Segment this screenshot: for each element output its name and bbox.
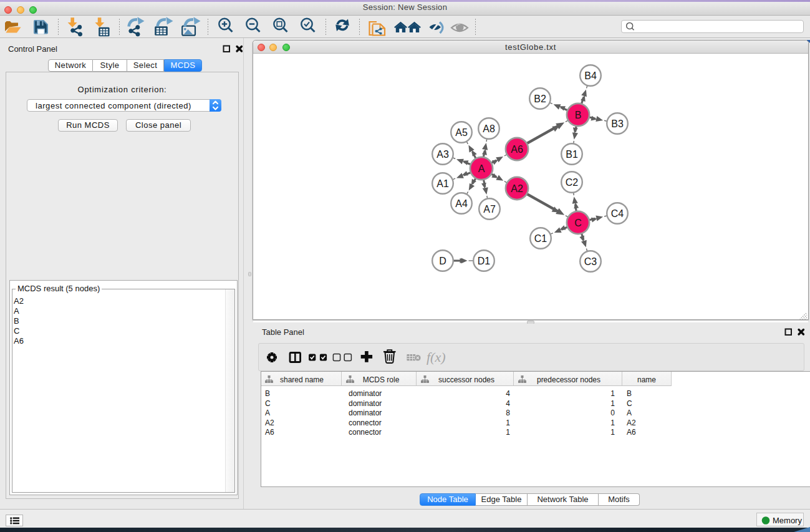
svg-text:A7: A7 bbox=[483, 204, 496, 215]
svg-text:A8: A8 bbox=[483, 123, 495, 134]
svg-text:C2: C2 bbox=[566, 177, 579, 188]
svg-text:B3: B3 bbox=[611, 118, 624, 129]
svg-text:A4: A4 bbox=[455, 198, 468, 209]
svg-text:D: D bbox=[439, 256, 446, 266]
svg-text:shared name: shared name bbox=[280, 375, 324, 384]
svg-text:B2: B2 bbox=[534, 94, 546, 104]
svg-text:C: C bbox=[574, 218, 582, 228]
svg-text:A: A bbox=[478, 163, 485, 174]
svg-text:successor nodes: successor nodes bbox=[438, 375, 494, 384]
svg-text:C4: C4 bbox=[611, 208, 624, 219]
svg-text:A2: A2 bbox=[511, 183, 523, 194]
svg-text:A1: A1 bbox=[436, 178, 449, 189]
svg-text:A6: A6 bbox=[511, 144, 523, 155]
svg-text:C3: C3 bbox=[584, 256, 597, 267]
svg-text:predecessor nodes: predecessor nodes bbox=[537, 375, 600, 384]
svg-text:f(x): f(x) bbox=[427, 349, 446, 365]
svg-text:A3: A3 bbox=[436, 149, 449, 160]
svg-text:name: name bbox=[637, 375, 656, 384]
svg-text:MCDS role: MCDS role bbox=[363, 375, 400, 384]
svg-text:D1: D1 bbox=[478, 256, 491, 266]
svg-text:Memory: Memory bbox=[773, 516, 802, 525]
svg-text:B4: B4 bbox=[584, 70, 597, 81]
svg-text:B: B bbox=[575, 110, 582, 120]
svg-text:B1: B1 bbox=[566, 149, 578, 160]
svg-text:C1: C1 bbox=[534, 233, 547, 244]
svg-text:A5: A5 bbox=[455, 127, 468, 138]
